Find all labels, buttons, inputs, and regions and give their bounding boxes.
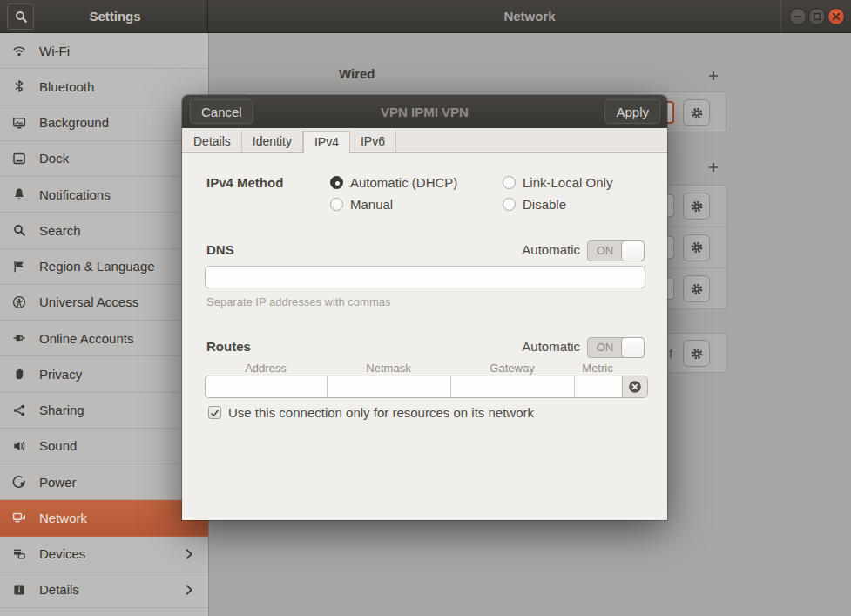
dns-automatic-switch[interactable]: ON xyxy=(587,240,645,261)
sidebar-item-power[interactable]: Power xyxy=(0,464,208,500)
sidebar-item-region-language[interactable]: Region & Language xyxy=(0,249,208,285)
vpn-settings-button[interactable] xyxy=(683,340,710,367)
gear-icon xyxy=(690,282,704,296)
sidebar-item-label: Background xyxy=(39,115,109,130)
privacy-icon xyxy=(12,367,26,381)
sidebar-item-online-accounts[interactable]: Online Accounts xyxy=(0,321,208,356)
sidebar-item-network[interactable]: Network xyxy=(0,500,208,536)
details-icon xyxy=(12,583,26,597)
window-controls xyxy=(780,0,845,32)
sidebar-item-details[interactable]: Details xyxy=(0,572,208,608)
route-column-metric: Metric xyxy=(582,362,612,375)
wired-settings-button[interactable] xyxy=(683,99,710,126)
add-wired-button[interactable] xyxy=(702,65,725,88)
chevron-right-icon xyxy=(182,547,196,561)
wifi-icon xyxy=(12,44,26,58)
sidebar-item-dock[interactable]: Dock xyxy=(0,141,208,177)
radio-selected[interactable] xyxy=(330,176,343,189)
bluetooth-icon xyxy=(12,79,26,93)
sidebar-item-label: Universal Access xyxy=(39,294,138,309)
add-vpn-button[interactable] xyxy=(702,157,725,179)
route-column-netmask: Netmask xyxy=(366,362,410,375)
minimize-icon xyxy=(791,10,805,24)
sidebar-item-label: Wi-Fi xyxy=(39,44,70,58)
route-netmask-input[interactable] xyxy=(328,376,451,397)
radio-label: Manual xyxy=(350,197,393,212)
tab-identity[interactable]: Identity xyxy=(242,131,303,152)
search-button[interactable] xyxy=(7,3,34,30)
sidebar: Wi-FiBluetoothBackgroundDockNotification… xyxy=(0,33,208,616)
cancel-button[interactable]: Cancel xyxy=(190,99,253,124)
search-icon xyxy=(14,10,28,24)
radio-unselected[interactable] xyxy=(503,176,516,189)
dns-automatic-label: Automatic xyxy=(510,242,580,257)
vpn-settings-button[interactable] xyxy=(683,234,710,261)
ipv4-page: IPv4 Method Automatic (DHCP)Link-Local O… xyxy=(182,153,667,520)
close-button[interactable] xyxy=(827,8,845,25)
switch-handle[interactable] xyxy=(621,337,645,358)
radio-option-manual[interactable]: Manual xyxy=(330,197,393,212)
sidebar-item-search[interactable]: Search xyxy=(0,213,208,248)
window-title: Network xyxy=(503,9,555,24)
sidebar-item-sound[interactable]: Sound xyxy=(0,429,208,464)
tab-ipv6[interactable]: IPv6 xyxy=(350,131,396,152)
radio-label: Disable xyxy=(523,197,566,212)
chevron-right-icon xyxy=(182,583,196,597)
radio-label: Automatic (DHCP) xyxy=(350,175,457,190)
vpn-settings-button[interactable] xyxy=(683,193,710,220)
dialog-titlebar: Cancel VPN IPMI VPN Apply xyxy=(182,95,667,128)
sidebar-item-notifications[interactable]: Notifications xyxy=(0,177,208,213)
dialog-title: VPN IPMI VPN xyxy=(381,105,469,119)
routes-automatic-switch[interactable]: ON xyxy=(587,337,645,358)
sidebar-item-label: Network xyxy=(39,511,87,525)
sidebar-item-background[interactable]: Background xyxy=(0,105,208,141)
sidebar-item-label: Privacy xyxy=(39,367,82,382)
region-icon xyxy=(12,260,26,274)
checkbox-label: Use this connection only for resources o… xyxy=(228,405,534,420)
route-column-address: Address xyxy=(245,362,287,375)
route-remove-button[interactable] xyxy=(622,376,647,397)
radio-unselected[interactable] xyxy=(503,198,516,211)
route-row xyxy=(205,376,648,398)
settings-window: Settings Network Wi-FiBluetoothBackgroun… xyxy=(0,0,851,616)
radio-option-automatic-dhcp[interactable]: Automatic (DHCP) xyxy=(330,175,457,190)
plus-icon xyxy=(706,69,720,83)
sidebar-item-privacy[interactable]: Privacy xyxy=(0,356,208,392)
sidebar-item-sharing[interactable]: Sharing xyxy=(0,393,208,429)
maximize-button[interactable] xyxy=(808,8,826,25)
sidebar-item-label: Online Accounts xyxy=(39,331,133,346)
switch-on-label: ON xyxy=(588,338,622,357)
switch-on-label: ON xyxy=(588,241,622,261)
radio-unselected[interactable] xyxy=(330,198,343,211)
apply-button[interactable]: Apply xyxy=(604,99,660,124)
gear-icon xyxy=(690,347,704,361)
sidebar-item-bluetooth[interactable]: Bluetooth xyxy=(0,69,208,105)
switch-label-fragment: f xyxy=(669,346,672,361)
route-metric-input[interactable] xyxy=(575,376,622,397)
switch-handle[interactable] xyxy=(621,240,645,261)
radio-option-disable[interactable]: Disable xyxy=(503,197,566,212)
radio-option-link-local-only[interactable]: Link-Local Only xyxy=(503,175,612,190)
dns-input[interactable] xyxy=(205,266,645,288)
sidebar-item-label: Details xyxy=(39,582,79,597)
sidebar-item-devices[interactable]: Devices xyxy=(0,537,208,572)
plus-icon xyxy=(706,160,720,174)
route-gateway-input[interactable] xyxy=(451,376,575,397)
sidebar-item-wi-fi[interactable]: Wi-Fi xyxy=(0,33,208,69)
tab-ipv4[interactable]: IPv4 xyxy=(303,131,350,153)
routes-automatic-label: Automatic xyxy=(510,339,580,354)
sound-icon xyxy=(12,439,26,453)
dialog-tabs: DetailsIdentityIPv4IPv6 xyxy=(182,128,667,153)
vpn-settings-button[interactable] xyxy=(683,275,710,302)
tab-details[interactable]: Details xyxy=(183,131,242,152)
dns-label: DNS xyxy=(206,242,234,257)
sidebar-item-universal-access[interactable]: Universal Access xyxy=(0,285,208,321)
ipv4-method-label: IPv4 Method xyxy=(206,175,283,190)
dock-icon xyxy=(12,152,26,166)
route-address-input[interactable] xyxy=(206,376,328,397)
minimize-button[interactable] xyxy=(789,8,807,25)
local-resources-option[interactable]: Use this connection only for resources o… xyxy=(208,405,534,420)
close-icon xyxy=(829,10,843,24)
local-resources-checkbox[interactable] xyxy=(208,406,221,419)
sidebar-item-label: Sharing xyxy=(39,403,84,417)
